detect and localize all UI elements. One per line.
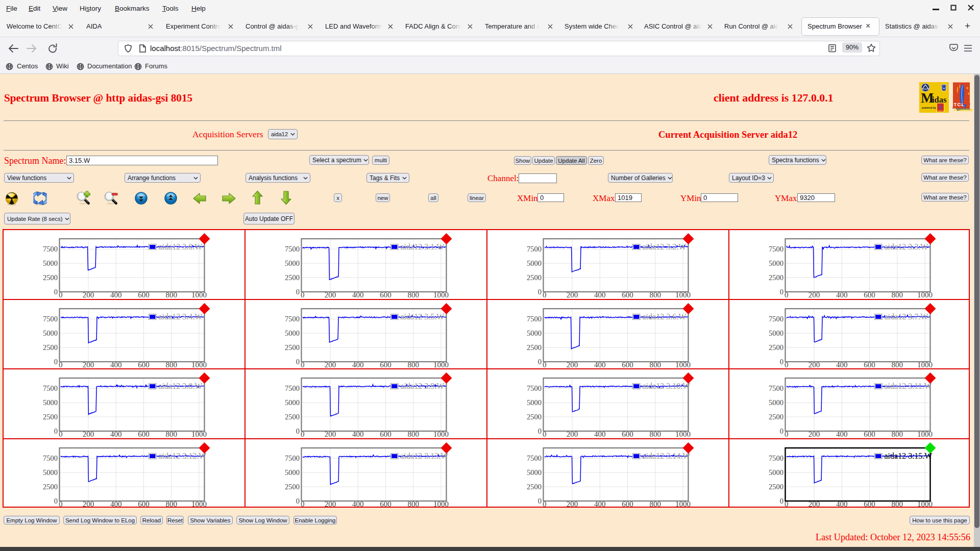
svg-text:5000: 5000 [43,329,58,337]
svg-text:5000: 5000 [285,329,300,337]
svg-text:600: 600 [622,360,633,368]
svg-text:600: 600 [864,499,875,507]
svg-text:400: 400 [594,430,606,438]
svg-text:200: 200 [83,499,94,507]
svg-text:800: 800 [166,291,178,298]
svg-text:400: 400 [352,360,364,368]
svg-text:0: 0 [296,358,300,366]
svg-text:2500: 2500 [43,343,58,352]
svg-text:aida12 3.8.W: aida12 3.8.W [159,382,203,390]
svg-text:2500: 2500 [285,273,300,282]
svg-text:600: 600 [864,430,875,438]
svg-text:800: 800 [408,430,420,438]
svg-text:0: 0 [543,360,547,368]
svg-text:800: 800 [650,291,662,298]
svg-text:5000: 5000 [43,259,58,267]
svg-text:400: 400 [594,360,606,368]
svg-text:200: 200 [808,360,820,368]
svg-text:POWERED: POWERED [954,108,973,112]
svg-text:2500: 2500 [769,273,783,282]
svg-text:0: 0 [785,499,789,507]
svg-text:600: 600 [138,360,150,368]
svg-text:0: 0 [301,430,305,438]
svg-text:800: 800 [892,291,903,298]
svg-text:5000: 5000 [527,398,542,407]
svg-text:7500: 7500 [43,384,58,392]
svg-text:7500: 7500 [285,245,300,253]
svg-text:200: 200 [808,430,820,438]
svg-text:2500: 2500 [43,483,58,491]
svg-text:5000: 5000 [527,468,542,477]
svg-text:800: 800 [408,291,420,298]
svg-text:400: 400 [110,360,122,368]
svg-text:powered by: powered by [922,106,936,109]
svg-text:400: 400 [352,291,364,298]
svg-text:1000: 1000 [917,430,933,438]
svg-text:200: 200 [325,291,336,298]
svg-text:1000: 1000 [917,291,933,298]
svg-text:1000: 1000 [433,430,449,438]
svg-text:600: 600 [138,499,150,507]
svg-text:1000: 1000 [191,499,207,507]
svg-text:0: 0 [54,288,58,296]
svg-text:2500: 2500 [769,483,783,491]
svg-text:600: 600 [380,499,391,507]
svg-text:400: 400 [836,430,848,438]
svg-text:1000: 1000 [675,360,691,368]
svg-text:400: 400 [594,291,606,298]
svg-text:aida12 3.5.W: aida12 3.5.W [401,312,445,320]
svg-text:200: 200 [325,430,336,438]
svg-text:1000: 1000 [675,430,691,438]
svg-text:0: 0 [296,497,300,505]
svg-text:5000: 5000 [285,468,300,477]
svg-text:5000: 5000 [285,259,300,267]
svg-text:7500: 7500 [769,245,783,253]
svg-text:800: 800 [408,360,420,368]
svg-text:7500: 7500 [527,384,542,392]
svg-text:800: 800 [166,499,178,507]
svg-text:600: 600 [138,291,150,298]
svg-text:0: 0 [296,288,300,296]
svg-text:400: 400 [110,499,122,507]
svg-text:7500: 7500 [285,384,300,392]
svg-text:0: 0 [59,291,63,298]
svg-text:5000: 5000 [769,398,783,407]
svg-text:600: 600 [380,360,391,368]
svg-text:200: 200 [567,291,578,298]
svg-text:800: 800 [892,430,903,438]
svg-text:2500: 2500 [527,483,542,491]
svg-text:0: 0 [785,360,789,368]
svg-text:0: 0 [543,430,547,438]
svg-text:5000: 5000 [285,398,300,407]
svg-text:7500: 7500 [285,315,300,323]
svg-text:aida12 3.15.W: aida12 3.15.W [885,451,933,460]
svg-text:5000: 5000 [527,259,542,267]
svg-text:400: 400 [110,291,122,298]
svg-text:2500: 2500 [769,343,783,352]
svg-text:200: 200 [83,291,94,298]
svg-text:0: 0 [538,288,542,296]
svg-text:400: 400 [836,499,848,507]
svg-text:200: 200 [808,291,820,298]
svg-text:2500: 2500 [285,413,300,421]
svg-text:400: 400 [836,291,848,298]
svg-text:aida12 3.3.W: aida12 3.3.W [885,242,929,251]
svg-text:1000: 1000 [433,499,449,507]
svg-text:7500: 7500 [769,315,783,323]
svg-text:0: 0 [538,427,542,435]
svg-text:800: 800 [408,499,420,507]
svg-text:aida12 3.9.W: aida12 3.9.W [401,382,445,390]
svg-text:200: 200 [83,430,94,438]
svg-text:aida12 3.1.W: aida12 3.1.W [401,242,445,251]
svg-text:400: 400 [594,499,606,507]
svg-text:5000: 5000 [527,329,542,337]
svg-text:200: 200 [567,430,578,438]
svg-text:800: 800 [166,430,178,438]
svg-text:0: 0 [54,497,58,505]
svg-text:0: 0 [301,291,305,298]
svg-text:2500: 2500 [43,273,58,282]
svg-text:2500: 2500 [285,343,300,352]
svg-text:200: 200 [567,499,578,507]
svg-text:2500: 2500 [43,413,58,421]
svg-text:1000: 1000 [675,499,691,507]
